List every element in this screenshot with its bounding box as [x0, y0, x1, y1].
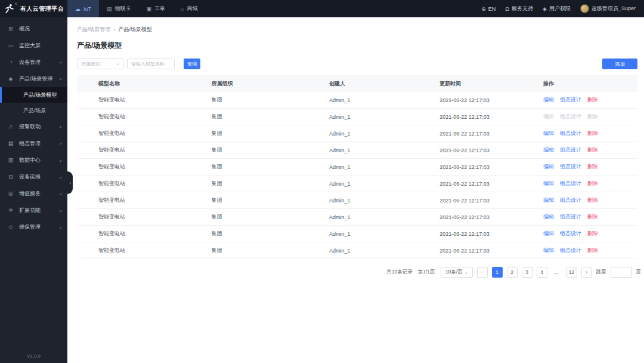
edit-link[interactable]: 编辑 [543, 230, 554, 238]
cell-model-name: 智能变电站 [77, 230, 212, 238]
scada-design-link[interactable]: 组态设计 [560, 96, 581, 104]
work-order-icon: ▣ [147, 6, 152, 12]
delete-link[interactable]: 删除 [587, 96, 598, 104]
edit-link[interactable]: 编辑 [543, 213, 554, 221]
cell-updated: 2021-06-22 12:17:03 [439, 97, 543, 103]
edit-link[interactable]: 编辑 [543, 130, 554, 137]
cell-creator: Admin_1 [329, 147, 439, 153]
sidebar: ⊞概况▭监控大屏◔设备管理∨◈产品/场景管理∧产品/场景模型产品/场景⚠报警联动… [0, 17, 67, 363]
cell-org: 集团 [212, 146, 329, 154]
scada-design-link[interactable]: 组态设计 [560, 247, 581, 254]
org-select[interactable]: 所属组织 ∨ [77, 59, 123, 69]
sidebar-item-value-added[interactable]: ◎增值服务∨ [0, 185, 67, 202]
language-label: EN [488, 6, 496, 12]
delete-link[interactable]: 删除 [587, 163, 598, 171]
page-button-2[interactable]: 2 [507, 267, 518, 278]
sidebar-item-alarm-linkage-label: 报警联动 [19, 123, 41, 131]
page-button-4[interactable]: 4 [537, 267, 547, 278]
sidebar-item-device-ops[interactable]: ⊟设备运维∨ [0, 168, 67, 185]
add-button[interactable]: 添加 [602, 59, 637, 69]
cell-model-name: 智能变电站 [77, 196, 212, 204]
sidebar-subitem-product-scene-label: 产品/场景 [23, 107, 47, 115]
scada-design-link[interactable]: 组态设计 [560, 146, 581, 154]
value-added-icon: ◎ [8, 190, 14, 196]
edit-link[interactable]: 编辑 [543, 196, 554, 204]
top-nav-iot[interactable]: ☁IoT [67, 0, 99, 17]
cell-model-name: 智能变电站 [77, 146, 212, 154]
table-row: 智能变电站集团Admin_12021-06-22 12:17:03编辑组态设计删… [77, 92, 637, 109]
cell-creator: Admin_1 [329, 181, 439, 187]
edit-link[interactable]: 编辑 [543, 180, 554, 187]
edit-link[interactable]: 编辑 [543, 247, 554, 254]
sidebar-item-alarm-linkage[interactable]: ⚠报警联动∨ [0, 118, 67, 135]
delete-link[interactable]: 删除 [587, 213, 598, 221]
prev-page-button[interactable]: ‹ [477, 267, 488, 278]
sidebar-subitem-product-scene-model[interactable]: 产品/场景模型 [0, 87, 67, 103]
search-button[interactable]: 查询 [184, 59, 200, 69]
edit-link[interactable]: 编辑 [543, 96, 554, 104]
row-actions: 编辑组态设计删除 [543, 213, 637, 221]
delete-link[interactable]: 删除 [587, 196, 598, 204]
sidebar-item-extend-func[interactable]: ≋扩展功能∨ [0, 202, 67, 219]
sidebar-item-overview[interactable]: ⊞概况 [0, 20, 67, 37]
scada-design-link[interactable]: 组态设计 [560, 163, 581, 171]
user-menu[interactable]: 超级管理员_Super [580, 4, 636, 13]
table-row: 智能变电站集团Admin_12021-06-22 12:17:03编辑组态设计删… [77, 242, 637, 259]
model-name-input[interactable] [127, 59, 175, 69]
chevron-down-icon: ∨ [60, 225, 62, 229]
cloud-icon: ☁ [75, 6, 80, 12]
delete-link[interactable]: 删除 [587, 180, 598, 187]
edit-link: 编辑 [543, 113, 554, 121]
sidebar-item-data-center[interactable]: ▥数据中心∨ [0, 152, 67, 168]
headset-icon: Ω [505, 6, 509, 12]
sidebar-item-device-manage[interactable]: ◔设备管理∨ [0, 54, 67, 70]
table-row: 智能变电站集团Admin_12021-06-22 12:17:03编辑组态设计删… [77, 176, 637, 192]
scada-design-link[interactable]: 组态设计 [560, 196, 581, 204]
delete-link[interactable]: 删除 [587, 230, 598, 238]
page-count-label: 第1/1页 [418, 269, 435, 276]
delete-link[interactable]: 删除 [587, 247, 598, 254]
page-title: 产品/场景模型 [77, 41, 634, 51]
sidebar-subitem-product-scene[interactable]: 产品/场景 [0, 103, 67, 118]
page-button-3[interactable]: 3 [522, 267, 532, 278]
cell-model-name: 智能变电站 [77, 180, 212, 187]
scada-design-link[interactable]: 组态设计 [560, 230, 581, 238]
cell-org: 集团 [212, 113, 329, 121]
service-support[interactable]: Ω 服务支持 [505, 5, 533, 13]
sidebar-item-scada-manage[interactable]: ▤组态管理∨ [0, 135, 67, 152]
top-nav-sim[interactable]: ▤物联卡 [99, 0, 139, 17]
jump-page-input[interactable] [611, 267, 632, 278]
top-nav-mall[interactable]: ⌂商城 [173, 0, 205, 17]
sidebar-item-product-scene-manage[interactable]: ◈产品/场景管理∧ [0, 70, 67, 87]
sidebar-item-data-center-label: 数据中心 [19, 156, 41, 164]
avatar [580, 4, 589, 13]
sidebar-item-monitor-screen[interactable]: ▭监控大屏 [0, 37, 67, 54]
edit-link[interactable]: 编辑 [543, 146, 554, 154]
sidebar-item-maintenance[interactable]: ◇维保管理∨ [0, 219, 67, 235]
cell-updated: 2021-06-22 12:17:03 [439, 131, 543, 137]
model-table: 模型名称所属组织创建人更新时间操作 智能变电站集团Admin_12021-06-… [77, 75, 637, 259]
app-logo[interactable]: ® 有人云管理平台 [0, 0, 67, 17]
chevron-down-icon: ∨ [60, 175, 62, 179]
language-switch[interactable]: ⊕ EN [481, 6, 496, 12]
delete-link[interactable]: 删除 [587, 146, 598, 154]
top-nav-mall-label: 商城 [187, 5, 197, 13]
edit-link[interactable]: 编辑 [543, 163, 554, 171]
scada-design-link[interactable]: 组态设计 [560, 130, 581, 137]
delete-link[interactable]: 删除 [587, 130, 598, 137]
scada-design-link[interactable]: 组态设计 [560, 213, 581, 221]
org-select-placeholder: 所属组织 [81, 61, 100, 67]
product-scene-icon: ◈ [8, 76, 14, 82]
cell-updated: 2021-06-22 12:17:03 [439, 181, 543, 187]
user-permission[interactable]: ◈ 用户权限 [543, 5, 571, 13]
alarm-icon: ⚠ [8, 124, 14, 130]
next-page-button[interactable]: › [581, 267, 592, 278]
breadcrumb-parent[interactable]: 产品/场景管理 [77, 26, 111, 33]
pagination: 共10条记录 第1/1页 10条/页 ∨ ‹1234...12› 跳至 页 [67, 267, 641, 278]
page-button-1[interactable]: 1 [492, 267, 503, 278]
page-button-12[interactable]: 12 [566, 267, 577, 278]
page-size-select[interactable]: 10条/页 ∨ [441, 267, 473, 278]
top-nav-workorder[interactable]: ▣工单 [139, 0, 174, 17]
sidebar-collapse-handle[interactable]: ‹ [67, 171, 73, 194]
scada-design-link[interactable]: 组态设计 [560, 180, 581, 187]
